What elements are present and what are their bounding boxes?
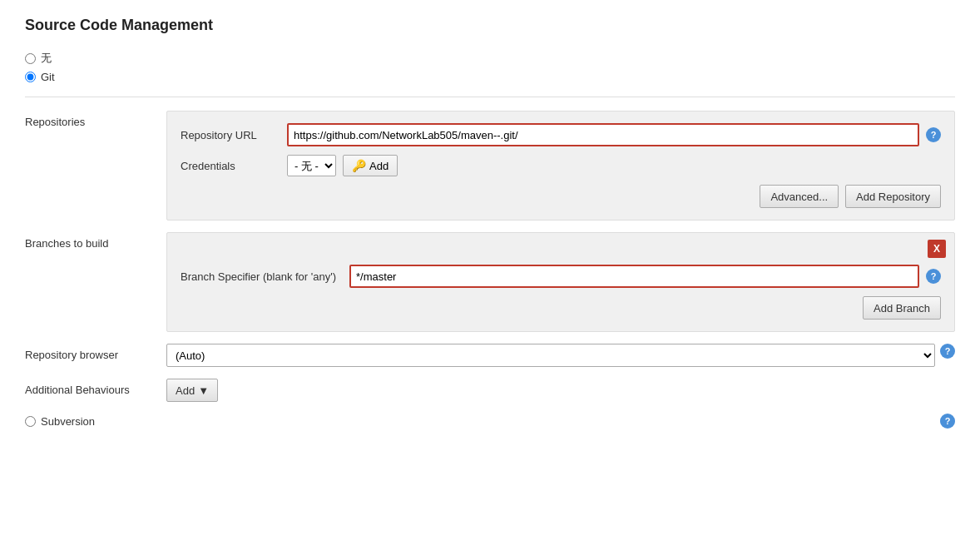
branches-section: Branches to build X Branch Specifier (bl… — [25, 232, 955, 332]
dropdown-arrow-icon: ▼ — [198, 384, 209, 397]
branch-specifier-row: Branch Specifier (blank for 'any') ? — [181, 265, 941, 288]
advanced-button[interactable]: Advanced... — [760, 185, 839, 208]
credentials-add-button[interactable]: 🔑 Add — [343, 155, 398, 176]
radio-git[interactable] — [25, 72, 36, 82]
radio-git-label: Git — [41, 71, 55, 83]
subversion-row: Subversion ? — [25, 414, 955, 429]
branches-content: X Branch Specifier (blank for 'any') ? A… — [166, 232, 955, 332]
repo-browser-select[interactable]: (Auto) — [166, 344, 935, 367]
additional-behaviours-content: Add ▼ — [166, 379, 955, 402]
branch-specifier-help-icon[interactable]: ? — [926, 269, 941, 284]
radio-none-label: 无 — [41, 51, 52, 66]
add-repository-button[interactable]: Add Repository — [845, 185, 941, 208]
radio-subversion[interactable] — [25, 416, 36, 427]
radio-subversion-label: Subversion — [41, 415, 95, 428]
radio-git-row: Git — [25, 71, 955, 83]
repo-url-label: Repository URL — [181, 129, 280, 141]
additional-behaviours-label: Additional Behaviours — [25, 379, 166, 396]
repo-url-help-icon[interactable]: ? — [926, 127, 941, 142]
branches-box: X Branch Specifier (blank for 'any') ? A… — [166, 232, 955, 332]
additional-behaviours-add-button[interactable]: Add ▼ — [166, 379, 218, 402]
repo-box: Repository URL ? Credentials - 无 - 🔑 Add… — [166, 111, 955, 221]
additional-behaviours-section: Additional Behaviours Add ▼ — [25, 379, 955, 402]
repo-url-row: Repository URL ? — [181, 123, 941, 146]
credentials-select[interactable]: - 无 - — [287, 155, 336, 176]
radio-none-row: 无 — [25, 51, 955, 66]
credentials-row: Credentials - 无 - 🔑 Add — [181, 155, 941, 176]
branches-label: Branches to build — [25, 232, 166, 250]
repo-browser-help-icon[interactable]: ? — [940, 344, 955, 359]
add-branch-button[interactable]: Add Branch — [863, 296, 941, 320]
repo-url-input[interactable] — [287, 123, 919, 146]
branch-specifier-input[interactable] — [349, 265, 919, 288]
branch-specifier-label: Branch Specifier (blank for 'any') — [181, 270, 336, 283]
divider — [25, 97, 955, 97]
repo-browser-section: Repository browser (Auto) ? — [25, 344, 955, 367]
repo-browser-content: (Auto) ? — [166, 344, 955, 367]
remove-branch-button[interactable]: X — [928, 240, 946, 258]
credentials-add-label: Add — [369, 160, 389, 172]
repositories-section: Repositories Repository URL ? Credential… — [25, 111, 955, 221]
repo-browser-label: Repository browser — [25, 344, 166, 361]
credentials-label: Credentials — [181, 160, 280, 172]
branch-btn-row: Add Branch — [181, 296, 941, 320]
subversion-help-icon[interactable]: ? — [940, 414, 955, 429]
repositories-content: Repository URL ? Credentials - 无 - 🔑 Add… — [166, 111, 955, 221]
repositories-label: Repositories — [25, 111, 166, 128]
repo-btn-row: Advanced... Add Repository — [181, 185, 941, 208]
radio-none[interactable] — [25, 53, 36, 64]
additional-behaviours-add-label: Add — [176, 384, 195, 397]
page-title: Source Code Management — [25, 17, 955, 34]
key-icon: 🔑 — [352, 159, 366, 172]
